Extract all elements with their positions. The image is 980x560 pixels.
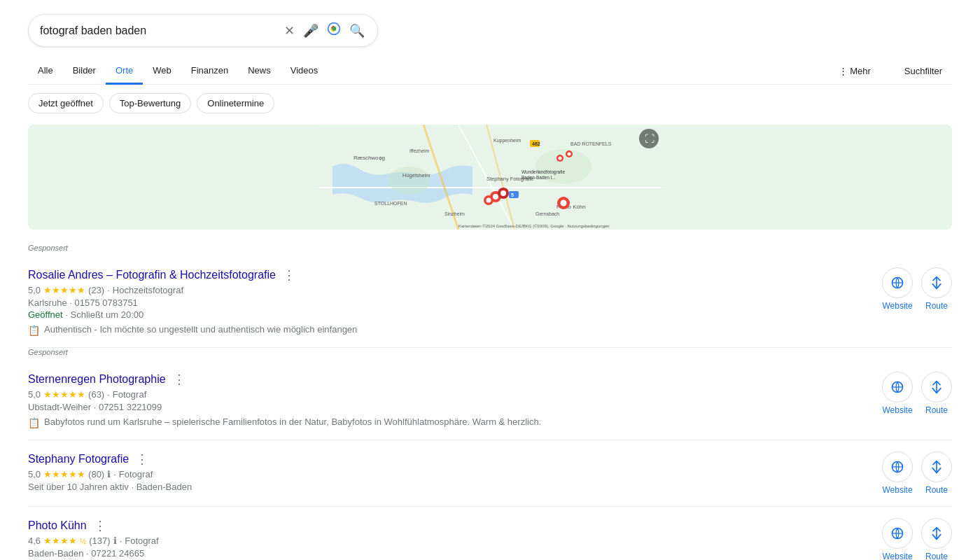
listing-stephany-route-circle[interactable] [921,451,952,482]
tab-alle[interactable]: Alle [28,58,63,85]
listing-photokuhn-website-label: Website [882,552,912,560]
listing-rosalie-separator: · [107,285,110,295]
listing-rosalie-title[interactable]: Rosalie Andres – Fotografin & Hochzeitsf… [28,269,276,281]
listing-rosalie-rating-row: 5,0 ★★★★★ (23) · Hochzeitsfotograf [28,285,871,295]
svg-text:Kuppenheim: Kuppenheim [493,138,521,144]
voice-search-button[interactable]: 🎤 [302,22,320,40]
listing-sternenregen-website-label: Website [882,405,912,415]
listing-photokuhn-content: Photo Kühn ⋮ 4,6 ★★★★½ (137) ℹ · Fotogra… [28,518,871,560]
listing-sternenregen-rating-row: 5,0 ★★★★★ (63) · Fotograf [28,389,871,400]
image-search-button[interactable] [326,20,342,41]
listing-sternenregen-route-btn[interactable]: Route [921,372,952,415]
listing-sternenregen-count: (63) [88,389,104,400]
listing-stephany-website-label: Website [882,485,912,495]
listing-sternenregen-route-circle[interactable] [921,372,952,402]
sponsored-label-2: Gesponsert [28,348,952,356]
search-input[interactable] [40,24,277,37]
listing-photokuhn-category: Fotograf [125,536,158,546]
listing-rosalie-route-circle[interactable] [921,267,952,298]
listing-sternenregen-route-label: Route [925,405,948,415]
promo-icon-rosalie: 📋 [28,325,40,336]
tab-orte[interactable]: Orte [106,58,143,85]
camera-icon [327,22,341,39]
listing-stephany-rating-row: 5,0 ★★★★★ (80) ℹ · Fotograf [28,469,871,479]
listing-photokuhn-title-row: Photo Kühn ⋮ [28,518,871,533]
listing-rosalie-address: Karlsruhe · 01575 0783751 [28,298,871,308]
chip-onlinetermine[interactable]: Onlinetermine [197,93,274,113]
listing-stephany-route-btn[interactable]: Route [921,451,952,495]
listing-rosalie-route-btn[interactable]: Route [921,267,952,311]
listing-sternenregen-website-circle[interactable] [882,372,913,402]
listing-rosalie-actions: Website Route [882,267,952,311]
listing-photokuhn-route-btn[interactable]: Route [921,518,952,560]
listing-rosalie-website-circle[interactable] [882,267,913,298]
listing-rosalie-promo: 📋 Authentisch - Ich möchte so ungestellt… [28,324,871,336]
svg-point-31 [561,200,567,206]
listing-stephany-rating: 5,0 [28,469,41,479]
listing-rosalie-website-btn[interactable]: Website [882,267,913,311]
listing-sternenregen-category: Fotograf [113,389,146,400]
clear-button[interactable]: ✕ [283,22,296,40]
listing-stephany-category: Fotograf [119,469,153,479]
listing-rosalie-open: Geöffnet [28,309,63,320]
svg-text:5: 5 [511,192,514,197]
search-icon: 🔍 [349,23,365,38]
listing-stephany-count: (80) [88,469,104,479]
tab-web[interactable]: Web [143,58,181,85]
svg-text:Ræschwoọg: Ræschwoọg [354,155,385,161]
listing-rosalie-promo-text: Authentisch - Ich möchte so ungestellt u… [44,324,357,335]
svg-text:462: 462 [532,141,540,146]
listing-photokuhn-title[interactable]: Photo Kühn [28,519,87,532]
listing-rosalie-route-label: Route [925,301,948,311]
tab-finanzen[interactable]: Finanzen [181,58,238,85]
listing-sternenregen-website-btn[interactable]: Website [882,372,913,415]
listing-photokuhn-info-icon[interactable]: ℹ [113,536,117,546]
promo-icon-sternenregen: 📋 [28,417,40,428]
listing-stephany: Stephany Fotografie ⋮ 5,0 ★★★★★ (80) ℹ ·… [28,440,952,507]
chip-jetzt-geoffnet[interactable]: Jetzt geöffnet [28,93,104,113]
chip-top-bewertung[interactable]: Top-Bewertung [109,93,191,113]
listing-sternenregen-stars: ★★★★★ [43,389,85,400]
listing-sternenregen: Sternenregen Photographie ⋮ 5,0 ★★★★★ (6… [28,360,952,440]
svg-point-6 [388,167,430,195]
listing-sternenregen-promo: 📋 Babyfotos rund um Karlsruhe – spieleri… [28,416,871,428]
svg-text:Hügelsheim: Hügelsheim [402,172,430,178]
listing-stephany-website-btn[interactable]: Website [882,451,913,495]
svg-text:Gernsbach: Gernsbach [536,211,559,216]
search-bar: ✕ 🎤 🔍 [28,14,378,47]
listing-rosalie-content: Rosalie Andres – Fotografin & Hochzeitsf… [28,267,871,336]
more-menu[interactable]: ⋮ Mehr [829,59,881,83]
listing-stephany-info-icon[interactable]: ℹ [107,469,111,479]
tab-videos[interactable]: Videos [281,58,328,85]
search-submit-button[interactable]: 🔍 [348,22,366,40]
listing-stephany-title[interactable]: Stephany Fotografie [28,453,129,465]
listing-rosalie-title-row: Rosalie Andres – Fotografin & Hochzeitsf… [28,267,871,283]
map-container[interactable]: Ræschwoọg Iffezheim Kuppenheim BAD ROTEN… [28,125,952,230]
suchfilter-button[interactable]: Suchfilter [895,59,952,83]
listing-photokuhn-rating-row: 4,6 ★★★★½ (137) ℹ · Fotograf [28,536,871,546]
mic-icon: 🎤 [303,23,318,38]
listing-photokuhn-route-circle[interactable] [921,518,952,549]
listing-photokuhn-website-circle[interactable] [882,518,913,549]
svg-point-33 [559,157,562,160]
svg-text:Wunderlandfotografie: Wunderlandfotografie [522,169,565,175]
svg-text:⛶: ⛶ [645,133,654,144]
svg-text:Sinzheim: Sinzheim [444,211,465,216]
listing-photokuhn: Photo Kühn ⋮ 4,6 ★★★★½ (137) ℹ · Fotogra… [28,507,952,560]
svg-point-25 [493,194,498,200]
listing-rosalie-category: Hochzeitsfotograf [113,285,183,295]
listing-rosalie-count: (23) [88,285,104,295]
listing-photokuhn-more-button[interactable]: ⋮ [91,518,109,533]
listing-sternenregen-more-button[interactable]: ⋮ [170,372,188,387]
listing-stephany-route-label: Route [925,485,948,495]
listing-stephany-stars: ★★★★★ [43,469,85,479]
listing-rosalie-more-button[interactable]: ⋮ [280,267,298,283]
listing-photokuhn-website-btn[interactable]: Website [882,518,913,560]
tab-news[interactable]: News [238,58,281,85]
listing-stephany-website-circle[interactable] [882,451,913,482]
listing-sternenregen-title[interactable]: Sternenregen Photographie [28,373,166,386]
listing-photokuhn-address: Baden-Baden · 07221 24665 [28,548,871,559]
listing-stephany-more-button[interactable]: ⋮ [133,451,151,467]
tab-bilder[interactable]: Bilder [63,58,106,85]
filter-chips: Jetzt geöffnet Top-Bewertung Onlinetermi… [28,93,952,113]
